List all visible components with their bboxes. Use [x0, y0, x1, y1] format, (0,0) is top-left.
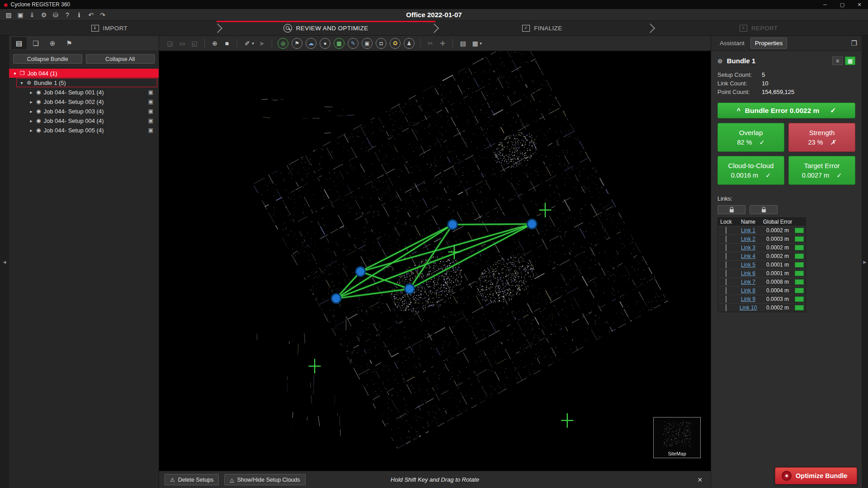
link-name[interactable]: Link 4 [734, 253, 762, 259]
close-bottom-bar-button[interactable]: ✕ [694, 474, 705, 485]
open-project-icon[interactable]: ▨ [4, 10, 14, 20]
workflow-step-import[interactable]: ⇓ IMPORT [0, 21, 219, 35]
tab-properties[interactable]: Properties [750, 38, 788, 49]
unlock-all-links-button[interactable] [750, 205, 778, 214]
link-row[interactable]: Link 5 0.0001 m [718, 260, 806, 269]
delete-setups-button[interactable]: ⚠ Delete Setups [165, 474, 219, 485]
undo-icon[interactable]: ↶ [86, 10, 96, 20]
pano-icon[interactable]: ▣ [148, 117, 153, 124]
setup-node[interactable] [356, 267, 365, 277]
zoom-window-icon[interactable]: ◱ [189, 38, 200, 49]
metric-tile[interactable]: Overlap 82 % ✓ [717, 123, 784, 152]
move-icon[interactable]: ✚ [437, 38, 448, 49]
workflow-step-review-and-optimize[interactable]: REVIEW AND OPTIMIZE [217, 21, 435, 35]
help-icon[interactable]: ? [62, 10, 72, 20]
mesh-icon[interactable]: ▦ [334, 38, 344, 49]
link-row[interactable]: Link 7 0.0008 m [718, 277, 806, 286]
collapse-all-button[interactable]: Collapse All [86, 54, 155, 64]
settings-icon[interactable]: ⚙ [39, 10, 49, 20]
bundle-error-banner[interactable]: ^ Bundle Error 0.0022 m ✓ [717, 103, 855, 118]
link-row[interactable]: Link 3 0.0002 m [718, 243, 806, 252]
pano-icon[interactable]: ▣ [148, 99, 153, 105]
filters-tab[interactable]: ⚑ [61, 37, 77, 49]
table-caret-icon[interactable]: ▾ [479, 38, 483, 49]
collapse-left-panel-icon[interactable]: ◀ [3, 260, 6, 264]
tree-setup-row[interactable]: ▸ ◉ Job 044- Setup 002 (4) ▣ [9, 97, 159, 106]
add-target-icon[interactable]: ◎ [278, 38, 288, 49]
image-fit-icon[interactable]: ◲ [165, 38, 175, 49]
link-name[interactable]: Link 1 [734, 227, 762, 234]
minimize-button[interactable]: ─ [816, 0, 834, 9]
orbit-view-icon[interactable]: ⊕ [209, 38, 220, 49]
link-lock-checkbox[interactable] [726, 235, 726, 243]
pano-icon[interactable]: ▣ [148, 108, 153, 114]
tree-bundle-row[interactable]: ▾ ⊛ Bundle 1 (5) [16, 78, 157, 87]
import-icon[interactable]: ⇓ [27, 10, 37, 20]
pano-image-icon[interactable]: ▣ [362, 38, 373, 49]
list-view-icon[interactable]: ≡ [832, 56, 843, 65]
measure-caret-icon[interactable]: ▾ [251, 38, 255, 49]
setup-node[interactable] [405, 284, 415, 294]
markup-icon[interactable]: ✎ [348, 38, 359, 49]
collapse-arrow-icon[interactable]: ▾ [13, 71, 17, 76]
geotag-tab[interactable]: ⊕ [45, 37, 60, 49]
column-name[interactable]: Name [734, 219, 762, 225]
show-hide-setup-clouds-button[interactable]: △ Show/Hide Setup Clouds [224, 474, 305, 485]
bundle-link-network[interactable] [159, 51, 711, 471]
close-button[interactable]: ✕ [851, 0, 868, 9]
expand-arrow-icon[interactable]: ▸ [29, 90, 33, 95]
tree-job-row[interactable]: ▾ ❒ Job 044 (1) [9, 69, 159, 78]
workflow-step-finalize[interactable]: ✓ FINALIZE [433, 21, 652, 35]
link-name[interactable]: Link 3 [734, 244, 762, 251]
storage-icon[interactable]: ⛁ [51, 10, 61, 20]
link-row[interactable]: Link 9 0.0003 m [718, 295, 806, 303]
link-lock-checkbox[interactable] [726, 227, 726, 234]
fill-view-icon[interactable]: ■ [222, 38, 232, 49]
link-row[interactable]: Link 2 0.0003 m [718, 235, 806, 243]
link-row[interactable]: Link 1 0.0002 m [718, 226, 806, 235]
tree-setup-row[interactable]: ▸ ◉ Job 044- Setup 004 (4) ▣ [9, 116, 159, 125]
point-cloud-viewport[interactable]: SiteMap [159, 51, 711, 471]
column-lock[interactable]: Lock [718, 219, 734, 225]
metric-tile[interactable]: Target Error 0.0027 m ✓ [788, 156, 855, 185]
link-lock-checkbox[interactable] [726, 304, 726, 311]
link-name[interactable]: Link 2 [734, 236, 762, 242]
sitemap-minimap[interactable]: SiteMap [653, 417, 701, 458]
link-row[interactable]: Link 10 0.0002 m [718, 303, 806, 312]
add-user-icon[interactable]: ♟ [404, 38, 415, 49]
tab-assistant[interactable]: Assistant [716, 38, 749, 48]
geotag-icon[interactable]: ✪ [390, 38, 401, 49]
redo-icon[interactable]: ↷ [98, 10, 108, 20]
tree-setup-row[interactable]: ▸ ◉ Job 044- Setup 005 (4) ▣ [9, 126, 159, 135]
workflow-step-report[interactable]: ≡ REPORT [649, 21, 868, 35]
link-lock-checkbox[interactable] [726, 244, 726, 251]
setup-node[interactable] [527, 219, 537, 229]
optimize-bundle-button[interactable]: ✶ Optimize Bundle [775, 467, 857, 484]
link-name[interactable]: Link 10 [734, 305, 762, 311]
setup-node[interactable] [331, 294, 341, 303]
pick-cursor-icon[interactable]: ➤ [256, 38, 267, 49]
tree-setup-row[interactable]: ▸ ◉ Job 044- Setup 001 (4) ▣ [9, 88, 159, 97]
expand-arrow-icon[interactable]: ▸ [29, 99, 33, 104]
link-lock-checkbox[interactable] [726, 278, 726, 286]
link-lock-checkbox[interactable] [726, 261, 726, 268]
link-name[interactable]: Link 6 [734, 270, 762, 277]
panel-layout-icon[interactable]: ❐ [851, 39, 857, 47]
collapse-right-panel-icon[interactable]: ▶ [863, 260, 867, 264]
link-name[interactable]: Link 8 [734, 287, 762, 294]
info-icon[interactable]: ℹ [74, 10, 84, 20]
maximize-button[interactable]: ▢ [834, 0, 851, 9]
link-name[interactable]: Link 9 [734, 296, 762, 302]
camera-icon[interactable]: ◘ [376, 38, 387, 49]
metric-tile[interactable]: Cloud-to-Cloud 0.0016 m ✓ [717, 156, 784, 185]
collapse-arrow-icon[interactable]: ▾ [19, 80, 24, 85]
column-global-error[interactable]: Global Error [762, 219, 793, 225]
expand-arrow-icon[interactable]: ▸ [29, 109, 33, 114]
cut-icon[interactable]: ✂ [425, 38, 436, 49]
link-row[interactable]: Link 8 0.0004 m [718, 286, 806, 295]
setup-node[interactable] [448, 220, 458, 229]
link-lock-checkbox[interactable] [726, 253, 726, 260]
frame-select-icon[interactable]: ▭ [177, 38, 188, 49]
expand-arrow-icon[interactable]: ▸ [29, 118, 33, 123]
link-row[interactable]: Link 6 0.0001 m [718, 269, 806, 277]
